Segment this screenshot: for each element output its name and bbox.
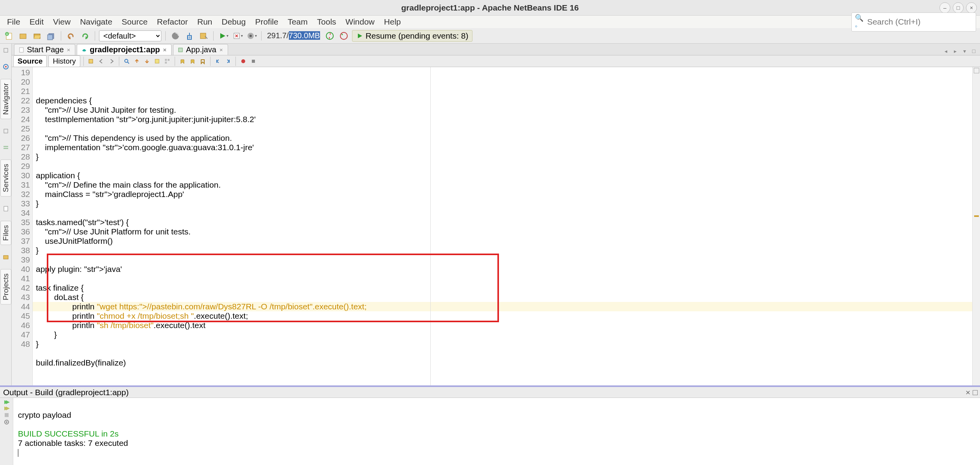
menu-window[interactable]: Window bbox=[341, 16, 379, 28]
find-prev-icon[interactable] bbox=[133, 57, 141, 66]
last-edit-icon[interactable] bbox=[87, 57, 96, 66]
close-button[interactable]: × bbox=[966, 2, 977, 13]
prev-bookmark-icon[interactable] bbox=[178, 57, 187, 66]
scroll-tabs-left-button[interactable]: ◂ bbox=[942, 47, 950, 55]
minimize-button[interactable]: – bbox=[939, 2, 950, 13]
editor-source-toolbar: Source History bbox=[12, 55, 980, 67]
forward-icon[interactable] bbox=[107, 57, 116, 66]
services-tab[interactable]: Services bbox=[0, 160, 11, 197]
print-margin bbox=[430, 67, 431, 385]
save-all-button[interactable] bbox=[45, 30, 57, 42]
toolbar-separator bbox=[213, 31, 214, 41]
svg-rect-31 bbox=[252, 60, 255, 63]
resume-button[interactable]: Resume (pending events: 8) bbox=[352, 30, 473, 42]
run-button[interactable]: ▾ bbox=[218, 30, 229, 42]
main-toolbar: + <default> ▾ ▾ ▾ 291.7/730.0MB Resume (… bbox=[0, 28, 980, 44]
projects-tab-icon[interactable] bbox=[2, 253, 10, 261]
profile-button[interactable]: ▾ bbox=[246, 30, 257, 42]
menu-run[interactable]: Run bbox=[193, 16, 217, 28]
split-editor-icon[interactable] bbox=[974, 68, 979, 73]
build-button[interactable] bbox=[170, 30, 181, 42]
memory-meter[interactable]: 291.7/730.0MB bbox=[265, 31, 322, 40]
files-tab[interactable]: Files bbox=[0, 221, 11, 245]
shift-right-icon[interactable] bbox=[224, 57, 232, 66]
rerun-alt-icon[interactable] bbox=[3, 406, 10, 411]
back-icon[interactable] bbox=[97, 57, 106, 66]
menu-team[interactable]: Team bbox=[283, 16, 312, 28]
svg-rect-6 bbox=[48, 35, 53, 40]
source-view-button[interactable]: Source bbox=[13, 55, 47, 67]
editor-tab[interactable]: Start Page× bbox=[14, 44, 75, 55]
reload-button[interactable] bbox=[338, 30, 350, 42]
output-min-icon[interactable]: □ bbox=[973, 388, 978, 397]
menu-view[interactable]: View bbox=[48, 16, 75, 28]
run-dropdown-button[interactable] bbox=[198, 30, 209, 42]
navigator-tab-icon[interactable] bbox=[2, 62, 10, 71]
menu-navigate[interactable]: Navigate bbox=[75, 16, 117, 28]
menubar: FileEditViewNavigateSourceRefactorRunDeb… bbox=[0, 16, 980, 28]
editor-tab[interactable]: gradleproject1:app× bbox=[77, 44, 172, 55]
maximize-editor-button[interactable]: □ bbox=[970, 47, 978, 55]
menu-profile[interactable]: Profile bbox=[250, 16, 283, 28]
toggle-bookmark-nav-icon[interactable] bbox=[163, 57, 172, 66]
editor-tab[interactable]: App.java× bbox=[173, 44, 228, 55]
debug-button[interactable]: ▾ bbox=[232, 30, 243, 42]
svg-point-11 bbox=[249, 35, 252, 37]
clean-build-button[interactable] bbox=[184, 30, 195, 42]
services-tab-icon[interactable] bbox=[2, 143, 10, 152]
svg-rect-14 bbox=[4, 48, 8, 52]
next-bookmark-icon[interactable] bbox=[188, 57, 197, 66]
tab-close-icon[interactable]: × bbox=[162, 46, 167, 53]
find-selection-icon[interactable] bbox=[122, 57, 131, 66]
menu-help[interactable]: Help bbox=[379, 16, 405, 28]
undo-button[interactable] bbox=[65, 30, 77, 42]
editor-scrollbar[interactable] bbox=[972, 67, 980, 385]
run-config-select[interactable]: <default> bbox=[99, 30, 161, 41]
svg-rect-3 bbox=[20, 34, 26, 39]
toggle-highlight-icon[interactable] bbox=[153, 57, 161, 66]
output-close-icon[interactable]: × bbox=[966, 388, 970, 397]
code-editor[interactable]: 1920212223242526272829303132333435363738… bbox=[12, 67, 980, 385]
restore-group-icon[interactable] bbox=[2, 127, 10, 135]
stop-output-icon[interactable] bbox=[4, 412, 10, 418]
restore-group-icon[interactable] bbox=[2, 46, 10, 55]
toolbar-separator bbox=[175, 57, 175, 66]
menu-file[interactable]: File bbox=[2, 16, 25, 28]
projects-tab[interactable]: Projects bbox=[0, 269, 11, 305]
tab-close-icon[interactable]: × bbox=[66, 46, 71, 53]
global-search[interactable]: 🔍◦ bbox=[851, 12, 976, 32]
tab-list-button[interactable]: ▾ bbox=[961, 47, 968, 55]
rerun-icon[interactable] bbox=[3, 399, 10, 405]
menu-tools[interactable]: Tools bbox=[312, 16, 341, 28]
tab-close-icon[interactable]: × bbox=[219, 46, 224, 53]
output-title: Output - Build (gradleproject1:app) bbox=[3, 388, 129, 397]
navigator-tab[interactable]: Navigator bbox=[0, 79, 11, 119]
search-input[interactable] bbox=[867, 17, 973, 27]
macro-stop-icon[interactable] bbox=[249, 57, 258, 66]
maximize-button[interactable]: □ bbox=[953, 2, 964, 13]
shift-left-icon[interactable] bbox=[214, 57, 222, 66]
menu-debug[interactable]: Debug bbox=[217, 16, 251, 28]
scroll-tabs-right-button[interactable]: ▸ bbox=[951, 47, 959, 55]
find-next-icon[interactable] bbox=[143, 57, 151, 66]
code-content[interactable]: dependencies { "cm">// Use JUnit Jupiter… bbox=[33, 67, 972, 385]
menu-source[interactable]: Source bbox=[117, 16, 152, 28]
gc-button[interactable] bbox=[324, 30, 336, 42]
output-settings-icon[interactable] bbox=[4, 419, 10, 425]
history-view-button[interactable]: History bbox=[48, 55, 80, 67]
error-stripe-mark[interactable] bbox=[974, 215, 979, 217]
files-tab-icon[interactable] bbox=[2, 204, 10, 213]
menu-refactor[interactable]: Refactor bbox=[152, 16, 193, 28]
svg-point-25 bbox=[125, 59, 128, 62]
page-icon bbox=[18, 47, 25, 53]
new-project-button[interactable] bbox=[17, 30, 29, 42]
svg-rect-22 bbox=[19, 48, 23, 52]
editor-column: Start Page×gradleproject1:app×App.java× … bbox=[12, 44, 980, 385]
open-project-button[interactable] bbox=[31, 30, 43, 42]
output-text[interactable]: crypto payload BUILD SUCCESSFUL in 2s7 a… bbox=[13, 398, 980, 465]
toggle-bookmark-icon[interactable] bbox=[198, 57, 207, 66]
macro-record-icon[interactable] bbox=[239, 57, 248, 66]
menu-edit[interactable]: Edit bbox=[25, 16, 48, 28]
redo-button[interactable] bbox=[79, 30, 91, 42]
new-file-button[interactable]: + bbox=[3, 30, 15, 42]
